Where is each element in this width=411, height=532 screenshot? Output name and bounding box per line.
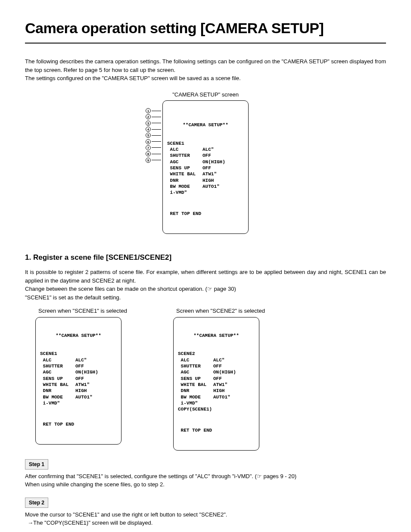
osd-row: AGCON(HIGH) (40, 369, 117, 375)
osd-cell: AGC (167, 159, 202, 165)
step-2-p2: The "COPY(SCENE1)" screen will be displa… (25, 519, 386, 527)
osd-header: **CAMERA SETUP** (178, 333, 255, 339)
osd-cell: ALC" (202, 146, 214, 152)
osd-footer: RET TOP END (178, 427, 255, 433)
osd-footer: RET TOP END (40, 421, 117, 427)
page-title: Camera operation setting [CAMERA SETUP] (25, 17, 386, 44)
osd-cell: WHITE BAL (40, 382, 75, 388)
scene1-osd: **CAMERA SETUP** SCENE1 ALCALC" SHUTTERO… (35, 317, 121, 445)
scene2-label: Screen when "SCENE2" is selected (173, 307, 268, 315)
osd-cell: OFF (202, 152, 211, 159)
osd-cell: DNR (40, 388, 75, 394)
callout-circle: 5 (146, 133, 151, 138)
osd-cell: HIGH (202, 177, 214, 184)
callout-circle: 4 (146, 127, 151, 132)
osd-cell: DNR (178, 388, 213, 394)
osd-cell: SCENE2 (178, 351, 213, 357)
osd-cell: OFF (75, 363, 84, 369)
callout-leader (152, 154, 161, 154)
section-1-heading: 1. Register a scene file [SCENE1/SCENE2] (25, 252, 386, 263)
callout-leader (152, 117, 161, 117)
osd-cell: ALC" (75, 357, 87, 363)
osd-cell: SENS UP (167, 165, 202, 171)
osd-cell: WHITE BAL (167, 171, 202, 177)
osd-row: SHUTTEROFF (40, 363, 117, 369)
osd-row: BW MODEAUTO1" (167, 184, 244, 190)
osd-cell: ON(HIGH) (75, 369, 98, 375)
callout-leader (152, 111, 161, 111)
osd-row: AGCON(HIGH) (178, 369, 255, 375)
osd-row: ALCALC" (167, 146, 244, 152)
osd-row: BW MODEAUTO1" (178, 394, 255, 400)
step-2-p2-text: The "COPY(SCENE1)" screen will be displa… (33, 520, 153, 526)
osd-cell: COPY(SCENE1) (178, 406, 213, 412)
osd-cell: BW MODE (40, 394, 75, 400)
osd-row: SCENE1 (40, 351, 117, 357)
osd-cell: BW MODE (167, 184, 202, 190)
section-1-p2: Change between the scene files can be ma… (25, 285, 386, 293)
osd-cell: AGC (40, 369, 75, 375)
osd-screen-label: "CAMERA SETUP" screen (25, 90, 386, 99)
osd-row: SCENE1 (167, 140, 244, 146)
osd-cell: OFF (213, 363, 222, 369)
callout-circle: 2 (146, 114, 151, 119)
step-1-p2: When using while changing the scene file… (25, 480, 386, 489)
callout-numbers: 123456789 (146, 108, 161, 163)
osd-row: AGCON(HIGH) (167, 159, 244, 165)
callout: 9 (146, 157, 161, 163)
osd-row: i-VMD" (167, 190, 244, 196)
osd-row: SENS UPOFF (178, 376, 255, 382)
osd-cell: SENS UP (40, 376, 75, 382)
callout: 8 (146, 151, 161, 157)
osd-row: WHITE BALATW1" (178, 382, 255, 388)
callout-leader (152, 129, 161, 130)
callout-circle: 1 (146, 108, 151, 113)
section-1-p1: It is possible to register 2 patterns of… (25, 268, 386, 285)
osd-cell: ALC" (213, 357, 224, 363)
osd-row: WHITE BALATW1" (40, 382, 117, 388)
callout: 3 (146, 120, 161, 126)
callout-circle: 8 (146, 151, 151, 156)
osd-row: DNRHIGH (40, 388, 117, 394)
step-1-label: Step 1 (25, 459, 48, 470)
osd-cell: BW MODE (178, 394, 213, 400)
intro-paragraph-2: The settings configured on the "CAMERA S… (25, 74, 386, 83)
callout-leader (152, 160, 161, 160)
callout: 6 (146, 138, 161, 144)
callout-circle: 9 (146, 158, 151, 163)
osd-cell: ATW1" (213, 382, 227, 388)
osd-cell: SENS UP (178, 376, 213, 382)
osd-row: i-VMD" (178, 400, 255, 406)
callout-circle: 6 (146, 139, 151, 144)
osd-cell: SHUTTER (178, 363, 213, 369)
osd-cell: SHUTTER (40, 363, 75, 369)
osd-cell: OFF (202, 165, 211, 171)
osd-cell: SHUTTER (167, 152, 202, 159)
callout-circle: 7 (146, 145, 151, 150)
step-2-label: Step 2 (25, 498, 48, 508)
osd-cell: ALC (167, 146, 202, 152)
osd-cell: SCENE1 (40, 351, 75, 357)
osd-cell: AUTO1" (75, 394, 93, 400)
callout-leader (152, 147, 161, 148)
osd-row: SHUTTEROFF (167, 152, 244, 159)
section-1-p3: "SCENE1" is set as the default setting. (25, 293, 386, 302)
osd-cell: DNR (167, 177, 202, 184)
osd-footer: RET TOP END (167, 211, 244, 217)
osd-row: DNRHIGH (178, 388, 255, 394)
scene1-label: Screen when "SCENE1" is selected (35, 307, 130, 315)
osd-cell: WHITE BAL (178, 382, 213, 388)
step-2-p1: Move the cursor to "SCENE1" and use the … (25, 510, 386, 519)
callout: 4 (146, 126, 161, 132)
scene2-osd: **CAMERA SETUP** SCENE2 ALCALC" SHUTTERO… (173, 317, 259, 451)
osd-cell: ON(HIGH) (213, 369, 236, 375)
osd-row: SENS UPOFF (167, 165, 244, 171)
osd-cell: ALC (40, 357, 75, 363)
osd-row: WHITE BALATW1" (167, 171, 244, 177)
camera-setup-osd: 123456789 **CAMERA SETUP** SCENE1 ALCALC… (162, 100, 249, 234)
callout: 7 (146, 145, 161, 151)
osd-header: **CAMERA SETUP** (40, 333, 117, 339)
osd-row: ALCALC" (40, 357, 117, 363)
osd-row: SENS UPOFF (40, 376, 117, 382)
osd-cell: ON(HIGH) (202, 159, 225, 165)
